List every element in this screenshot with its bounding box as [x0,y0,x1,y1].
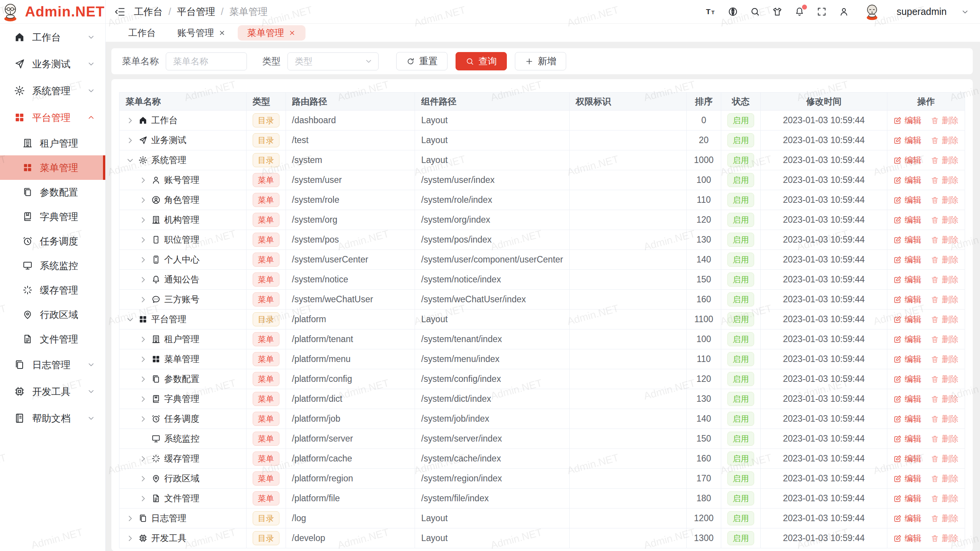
chevron-right-icon[interactable] [139,494,148,503]
chevron-right-icon[interactable] [139,355,148,364]
breadcrumb-item[interactable]: 工作台 [134,5,163,18]
menu-name-input[interactable] [166,52,247,70]
edit-button[interactable]: 编辑 [893,373,921,385]
edit-button[interactable]: 编辑 [893,334,921,345]
edit-button[interactable]: 编辑 [893,314,921,325]
chevron-right-icon[interactable] [139,474,148,483]
sidebar-item-workbench[interactable]: 工作台 [0,24,105,51]
user-icon[interactable] [839,7,849,17]
tab-menu-mgmt[interactable]: 菜单管理 [238,25,305,41]
sidebar-item-tenant-mgmt[interactable]: 租户管理 [0,131,105,155]
notification-bell-icon[interactable] [794,7,805,17]
edit-button[interactable]: 编辑 [893,155,921,166]
edit-button[interactable]: 编辑 [893,174,921,186]
edit-button[interactable]: 编辑 [893,234,921,246]
delete-button[interactable]: 删除 [931,413,959,425]
edit-button[interactable]: 编辑 [893,135,921,146]
theme-skin-icon[interactable] [772,7,782,17]
delete-button[interactable]: 删除 [931,214,959,226]
sidebar-item-system-mgmt[interactable]: 系统管理 [0,77,105,104]
edit-button[interactable]: 编辑 [893,453,921,465]
chevron-down-icon[interactable] [126,315,135,324]
delete-button[interactable]: 删除 [931,274,959,285]
delete-button[interactable]: 删除 [931,294,959,305]
delete-button[interactable]: 删除 [931,433,959,445]
sidebar-item-help-docs[interactable]: 帮助文档 [0,405,105,432]
chevron-right-icon[interactable] [139,375,148,384]
breadcrumb-item[interactable]: 平台管理 [177,5,215,18]
sidebar-item-menu-mgmt[interactable]: 菜单管理 [0,155,105,180]
chevron-right-icon[interactable] [139,395,148,404]
delete-button[interactable]: 删除 [931,135,959,146]
chevron-right-icon[interactable] [139,295,148,304]
sidebar-item-platform-mgmt[interactable]: 平台管理 [0,104,105,131]
close-icon[interactable] [218,29,226,37]
sidebar-item-dev-tools[interactable]: 开发工具 [0,378,105,405]
edit-button[interactable]: 编辑 [893,513,921,524]
sidebar-item-param-config[interactable]: 参数配置 [0,180,105,204]
delete-button[interactable]: 删除 [931,533,959,544]
sidebar-item-admin-region[interactable]: 行政区域 [0,302,105,327]
chevron-right-icon[interactable] [139,414,148,424]
delete-button[interactable]: 删除 [931,234,959,246]
username[interactable]: superadmin [897,6,947,17]
edit-button[interactable]: 编辑 [893,413,921,425]
chevron-right-icon[interactable] [139,196,148,205]
delete-button[interactable]: 删除 [931,334,959,345]
edit-button[interactable]: 编辑 [893,194,921,206]
chevron-right-icon[interactable] [139,454,148,463]
edit-button[interactable]: 编辑 [893,254,921,266]
delete-button[interactable]: 删除 [931,115,959,126]
chevron-right-icon[interactable] [139,335,148,344]
chevron-right-icon[interactable] [126,116,135,125]
chevron-right-icon[interactable] [139,235,148,245]
add-button[interactable]: 新增 [515,52,566,70]
avatar[interactable] [863,3,881,21]
chevron-right-icon[interactable] [139,255,148,264]
delete-button[interactable]: 删除 [931,155,959,166]
delete-button[interactable]: 删除 [931,354,959,365]
sidebar-item-dict-mgmt[interactable]: 字典管理 [0,204,105,229]
edit-button[interactable]: 编辑 [893,433,921,445]
edit-button[interactable]: 编辑 [893,274,921,285]
query-button[interactable]: 查询 [456,52,507,70]
edit-button[interactable]: 编辑 [893,354,921,365]
reset-button[interactable]: 重置 [396,52,448,70]
chevron-right-icon[interactable] [139,215,148,225]
tab-account-mgmt[interactable]: 账号管理 [168,25,235,41]
delete-button[interactable]: 删除 [931,393,959,405]
sidebar-item-cache-mgmt[interactable]: 缓存管理 [0,278,105,302]
delete-button[interactable]: 删除 [931,513,959,524]
delete-button[interactable]: 删除 [931,194,959,206]
fullscreen-icon[interactable] [817,7,827,17]
edit-button[interactable]: 编辑 [893,533,921,544]
edit-button[interactable]: 编辑 [893,493,921,504]
chevron-right-icon[interactable] [126,514,135,523]
close-icon[interactable] [288,29,296,37]
delete-button[interactable]: 删除 [931,174,959,186]
search-icon[interactable] [750,7,760,17]
edit-button[interactable]: 编辑 [893,393,921,405]
sidebar-item-business-test[interactable]: 业务测试 [0,51,105,77]
delete-button[interactable]: 删除 [931,254,959,266]
chevron-right-icon[interactable] [139,275,148,284]
delete-button[interactable]: 删除 [931,373,959,385]
sidebar-item-file-mgmt[interactable]: 文件管理 [0,327,105,351]
delete-button[interactable]: 删除 [931,473,959,484]
sidebar-item-job-schedule[interactable]: 任务调度 [0,229,105,253]
collapse-sidebar-icon[interactable] [114,6,126,18]
chevron-right-icon[interactable] [126,136,135,145]
chevron-down-icon[interactable] [961,8,969,16]
type-select[interactable]: 类型 [287,52,379,70]
edit-button[interactable]: 编辑 [893,294,921,305]
edit-button[interactable]: 编辑 [893,115,921,126]
chevron-right-icon[interactable] [126,534,135,543]
chevron-down-icon[interactable] [126,156,135,165]
tab-workbench[interactable]: 工作台 [119,25,165,41]
edit-button[interactable]: 编辑 [893,214,921,226]
edit-button[interactable]: 编辑 [893,473,921,484]
sidebar-item-system-monitor[interactable]: 系统监控 [0,253,105,278]
delete-button[interactable]: 删除 [931,314,959,325]
sidebar-item-log-mgmt[interactable]: 日志管理 [0,351,105,378]
font-size-icon[interactable]: TT [706,7,716,17]
